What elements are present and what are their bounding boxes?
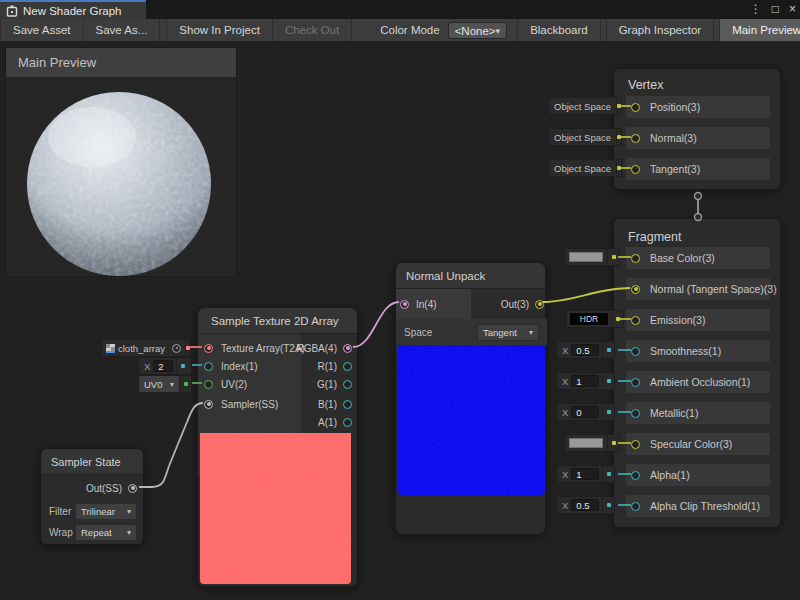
- vertex-tangent-slot[interactable]: Tangent(3): [626, 158, 770, 180]
- ao-port[interactable]: [631, 378, 640, 387]
- sampler-port[interactable]: [204, 400, 213, 409]
- normal-ts-slot[interactable]: Normal (Tangent Space)(3): [626, 278, 770, 300]
- basecolor-label: Base Color(3): [650, 252, 715, 264]
- normal-ts-port[interactable]: [631, 285, 640, 294]
- a-slot[interactable]: A(1): [318, 413, 352, 431]
- position-port[interactable]: [631, 103, 640, 112]
- tangent-space-dropdown[interactable]: Object Space: [548, 159, 622, 177]
- wrap-dropdown[interactable]: Repeat ▾: [75, 524, 137, 541]
- ao-value-field[interactable]: 1: [571, 375, 599, 387]
- check-out-button[interactable]: Check Out: [273, 19, 352, 41]
- ao-value-chip[interactable]: X 1: [556, 372, 615, 390]
- alpha-port[interactable]: [631, 471, 640, 480]
- metallic-value-field[interactable]: 0: [571, 406, 599, 418]
- main-preview-header[interactable]: Main Preview: [6, 48, 236, 77]
- basecolor-port[interactable]: [631, 254, 640, 263]
- outss-slot[interactable]: Out(SS): [41, 479, 143, 497]
- b-port[interactable]: [343, 400, 352, 409]
- show-in-project-button[interactable]: Show In Project: [166, 19, 273, 41]
- shader-graph-tab[interactable]: New Shader Graph: [0, 0, 146, 19]
- main-preview-panel[interactable]: Main Preview: [5, 47, 237, 277]
- g-port[interactable]: [343, 380, 352, 389]
- window-close-icon[interactable]: ×: [789, 0, 796, 19]
- save-as-button[interactable]: Save As...: [84, 19, 161, 41]
- emission-port[interactable]: [631, 316, 640, 325]
- texturearray-port[interactable]: [204, 344, 213, 353]
- dot-connector: [602, 404, 614, 420]
- space-dropdown[interactable]: Tangent ▾: [477, 324, 539, 341]
- vertex-node[interactable]: Vertex Position(3) Normal(3) Tangent(3): [613, 68, 781, 190]
- index-value-chip[interactable]: X 2: [138, 357, 192, 375]
- save-asset-button[interactable]: Save Asset: [0, 19, 84, 41]
- vertex-out-connector[interactable]: [695, 193, 702, 200]
- specular-port[interactable]: [631, 440, 640, 449]
- position-space-dropdown[interactable]: Object Space: [548, 97, 622, 115]
- tangent-port[interactable]: [631, 165, 640, 174]
- b-slot[interactable]: B(1): [318, 395, 352, 413]
- specular-slot[interactable]: Specular Color(3): [626, 433, 770, 455]
- g-slot[interactable]: G(1): [317, 375, 352, 393]
- normal-unpack-node[interactable]: Normal Unpack In(4) Out(3) Space Tangent…: [395, 262, 546, 535]
- vertex-normal-slot[interactable]: Normal(3): [626, 127, 770, 149]
- alpha-slot[interactable]: Alpha(1): [626, 464, 770, 486]
- sampler-state-node[interactable]: Sampler State Out(SS) Filter Trilinear ▾…: [40, 448, 144, 545]
- window-menu-icon[interactable]: ⋮: [750, 0, 762, 19]
- basecolor-swatch-chip[interactable]: [564, 248, 620, 266]
- smoothness-value-chip[interactable]: X 0.5: [556, 341, 615, 359]
- metallic-value-chip[interactable]: X 0: [556, 403, 615, 421]
- in4-port[interactable]: [400, 300, 409, 309]
- texturearray-slot[interactable]: Texture Array(T2A): [202, 339, 298, 357]
- uv-channel-chip[interactable]: UV0 ▾: [138, 375, 192, 393]
- color-swatch[interactable]: [569, 252, 603, 262]
- rgba-slot[interactable]: RGBA(4): [296, 339, 352, 357]
- fragment-node[interactable]: Fragment Base Color(3) Normal (Tangent S…: [613, 218, 781, 528]
- color-swatch[interactable]: [569, 438, 603, 448]
- out3-slot[interactable]: Out(3): [471, 289, 547, 319]
- alphaclip-port[interactable]: [631, 502, 640, 511]
- smoothness-slot[interactable]: Smoothness(1): [626, 340, 770, 362]
- sample-texture-2d-array-node[interactable]: Sample Texture 2D Array Texture Array(T2…: [197, 307, 358, 587]
- sampler-slot[interactable]: Sampler(SS): [202, 395, 298, 413]
- out3-port[interactable]: [535, 300, 544, 309]
- object-picker-icon[interactable]: [172, 344, 181, 353]
- a-port[interactable]: [343, 418, 352, 427]
- specular-swatch-chip[interactable]: [564, 434, 620, 452]
- color-mode-dropdown[interactable]: <None> ▾: [448, 22, 507, 39]
- emission-slot[interactable]: Emission(3): [626, 309, 770, 331]
- graph-inspector-toggle-button[interactable]: Graph Inspector: [606, 19, 714, 41]
- in4-slot[interactable]: In(4): [396, 289, 471, 319]
- normal-space-dropdown[interactable]: Object Space: [548, 128, 622, 146]
- uv-port[interactable]: [204, 380, 213, 389]
- texturearray-object-chip[interactable]: cloth_array: [101, 339, 190, 357]
- main-preview-toggle-button[interactable]: Main Preview: [719, 19, 800, 41]
- hdr-color-field[interactable]: HDR: [570, 313, 608, 325]
- index-port[interactable]: [204, 362, 213, 371]
- normal-port[interactable]: [631, 134, 640, 143]
- alpha-value-field[interactable]: 1: [571, 468, 599, 480]
- blackboard-toggle-button[interactable]: Blackboard: [517, 19, 601, 41]
- emission-hdr-chip[interactable]: HDR: [566, 310, 624, 328]
- metallic-port[interactable]: [631, 409, 640, 418]
- alphaclip-value-field[interactable]: 0.5: [571, 499, 599, 511]
- window-tab-bar: New Shader Graph ⋮ □ ×: [0, 0, 800, 19]
- alphaclip-slot[interactable]: Alpha Clip Threshold(1): [626, 495, 770, 517]
- filter-dropdown[interactable]: Trilinear ▾: [75, 503, 137, 520]
- smoothness-value-field[interactable]: 0.5: [571, 344, 599, 356]
- window-maximize-icon[interactable]: □: [772, 0, 779, 19]
- uv-channel-dropdown[interactable]: UV0 ▾: [139, 376, 179, 392]
- outss-port[interactable]: [128, 484, 137, 493]
- alphaclip-value-chip[interactable]: X 0.5: [556, 496, 615, 514]
- uv-slot[interactable]: UV(2): [202, 375, 298, 393]
- r-slot[interactable]: R(1): [318, 357, 352, 375]
- basecolor-slot[interactable]: Base Color(3): [626, 247, 770, 269]
- ao-slot[interactable]: Ambient Occlusion(1): [626, 371, 770, 393]
- smoothness-port[interactable]: [631, 347, 640, 356]
- vertex-position-slot[interactable]: Position(3): [626, 96, 770, 118]
- alpha-value-chip[interactable]: X 1: [556, 465, 615, 483]
- graph-canvas[interactable]: Main Preview: [0, 42, 800, 600]
- metallic-slot[interactable]: Metallic(1): [626, 402, 770, 424]
- r-port[interactable]: [343, 362, 352, 371]
- index-value-field[interactable]: 2: [153, 360, 173, 372]
- rgba-port[interactable]: [343, 344, 352, 353]
- index-slot[interactable]: Index(1): [202, 357, 298, 375]
